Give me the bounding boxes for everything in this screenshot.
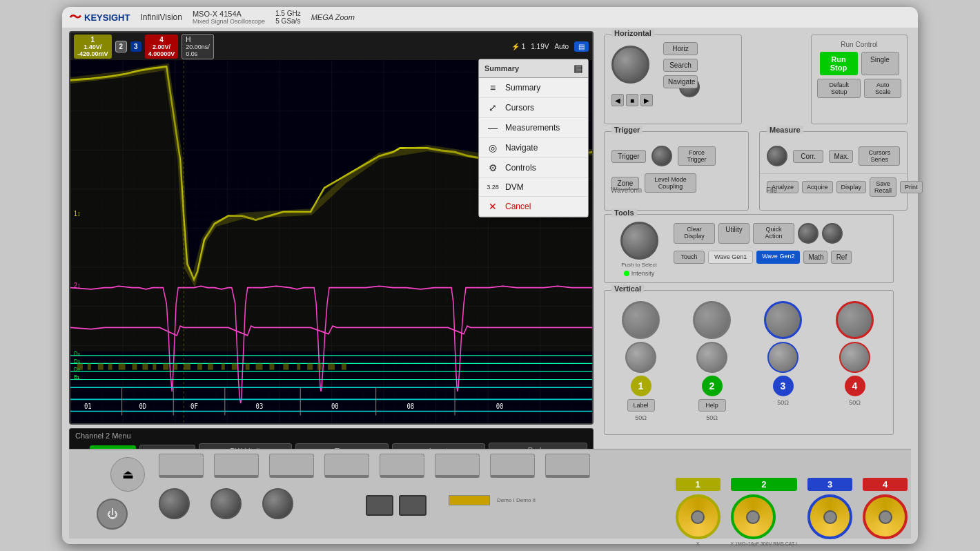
main-menu-dropdown: Summary ▤ ≡ Summary ⤢ Cursors — Measurem… (478, 59, 589, 218)
svg-text:0D: 0D (139, 403, 146, 411)
wave-gen1-btn[interactable]: Wave Gen1 (708, 251, 753, 264)
horizontal-knob[interactable] (611, 46, 649, 86)
softkey-1[interactable] (159, 454, 204, 478)
navigate-btn[interactable]: Navigate (663, 75, 698, 88)
waveform-section-label: Waveform (604, 186, 749, 194)
softkey-row (159, 454, 590, 478)
svg-text:1↕: 1↕ (74, 209, 80, 218)
cursors-series-btn[interactable]: Cursors Series (859, 146, 900, 166)
menu-item-cancel[interactable]: ✕ Cancel (479, 197, 588, 217)
ch1-btn-extra[interactable]: Label (627, 399, 655, 412)
measure-title: Measure (767, 126, 803, 134)
search-btn[interactable]: Search (663, 59, 698, 72)
utility-btn[interactable]: Utility (718, 223, 749, 244)
svg-rect-18 (246, 363, 250, 369)
clear-display-btn[interactable]: Clear Display (674, 223, 715, 244)
usb-port-1[interactable] (366, 495, 393, 516)
menu-item-cursors[interactable]: ⤢ Cursors (479, 98, 588, 118)
intensity-label: Push to Select (621, 262, 657, 268)
ch4-position-knob[interactable] (839, 342, 870, 373)
menu-item-navigate[interactable]: ◎ Navigate (479, 138, 588, 158)
ch1-badge[interactable]: 1 1.40V/ -420.00mV (74, 35, 112, 59)
softkey-5[interactable] (380, 454, 424, 478)
front-knob-3[interactable] (262, 488, 293, 519)
power-button[interactable]: ⏻ (97, 499, 128, 530)
force-trigger-btn[interactable]: Force Trigger (678, 146, 716, 166)
ch4-bnc-connector[interactable] (863, 494, 908, 539)
ch3-scale-knob[interactable] (764, 301, 802, 339)
touch-btn[interactable]: Touch (674, 251, 705, 264)
ch1-position-knob[interactable] (625, 342, 656, 373)
ch3-position-knob[interactable] (767, 342, 798, 373)
measure-knob[interactable] (767, 146, 787, 166)
usb-port-2[interactable] (399, 495, 427, 516)
channel-connectors-row: 1 X 2 Y 1MΩ=16pF 300V RMS CAT I 3 (676, 478, 908, 546)
svg-rect-12 (173, 363, 177, 369)
nav-stop-icon[interactable]: ■ (626, 94, 638, 106)
softkey-4[interactable] (324, 454, 369, 478)
softkey-7[interactable] (490, 454, 535, 478)
horiz-btn[interactable]: Horiz (663, 42, 698, 55)
corr-btn[interactable]: Corr. (793, 150, 824, 163)
single-button[interactable]: Single (861, 52, 899, 75)
ch1-bnc-label: X (676, 541, 721, 546)
menu-item-summary[interactable]: ≡ Summary (479, 78, 588, 98)
ch2-bnc-connector[interactable] (731, 494, 776, 539)
h-badge[interactable]: H 20.00ns/ 0.0s (182, 34, 214, 59)
summary-menu-btn[interactable]: ▤ (574, 41, 589, 52)
math-btn[interactable]: Math (803, 251, 827, 264)
wave-gen2-btn[interactable]: Wave Gen2 (756, 251, 800, 264)
ref-btn[interactable]: Ref (831, 251, 852, 264)
trigger-level-knob[interactable] (651, 146, 672, 166)
ch2-badge[interactable]: 2 (115, 41, 128, 52)
keysight-logo: 〜 KEYSIGHT (69, 9, 130, 26)
cursors-icon: ⤢ (486, 102, 500, 113)
ch3-num-btn[interactable]: 3 (773, 376, 794, 396)
ch2-label-btn[interactable]: 2 (702, 376, 723, 396)
nav-right-icon[interactable]: ▶ (640, 94, 653, 106)
ch3-impedance: 50Ω (777, 399, 789, 406)
nav-left-icon[interactable]: ◀ (611, 94, 624, 106)
probe-comp-label: Demo I Demo II (497, 497, 536, 503)
softkey-2[interactable] (214, 454, 259, 478)
tools-knob2[interactable] (822, 223, 843, 244)
svg-text:D₁: D₁ (74, 358, 80, 365)
front-knob-2[interactable] (210, 488, 242, 519)
max-btn[interactable]: Max. (829, 150, 853, 163)
summary-label: Summary (505, 83, 540, 93)
front-knob-1[interactable] (159, 488, 190, 519)
ch2-btn-extra[interactable]: Help (698, 399, 726, 412)
dropdown-title: Summary (484, 64, 519, 72)
softkey-6[interactable] (435, 454, 480, 478)
ch1-label-btn[interactable]: 1 (631, 376, 651, 396)
menu-item-measurements[interactable]: — Measurements (479, 118, 588, 138)
run-stop-button[interactable]: Run Stop (820, 52, 858, 75)
measure-section: Measure Corr. Max. Cursors Series Analyz… (759, 131, 908, 211)
ch4-scale-knob[interactable] (836, 301, 874, 339)
eject-button[interactable]: ⏏ (110, 457, 145, 492)
ch2-position-knob[interactable] (696, 342, 727, 373)
menu-item-controls[interactable]: ⚙ Controls (479, 158, 588, 178)
freq-info: 1.5 GHz 5 GSa/s (275, 10, 301, 25)
ch1-scale-knob[interactable] (622, 301, 660, 339)
default-setup-button[interactable]: Default Setup (817, 79, 861, 98)
svg-rect-9 (142, 363, 148, 369)
ch3-badge[interactable]: 3 (130, 41, 141, 52)
auto-scale-button[interactable]: Auto Scale (864, 79, 901, 98)
ch2-scale-knob[interactable] (693, 301, 731, 339)
quick-action-btn[interactable]: Quick Action (753, 223, 794, 244)
ch2-bnc-center (746, 510, 760, 524)
ch3-bnc-connector[interactable] (807, 494, 852, 539)
menu-item-dvm[interactable]: 3.28 DVM (479, 178, 588, 197)
softkey-8[interactable] (545, 454, 590, 478)
intensity-knob[interactable] (620, 222, 658, 260)
svg-rect-7 (119, 363, 126, 369)
ch4-badge[interactable]: 4 2.00V/ 4.00000V (145, 35, 179, 59)
tools-knob[interactable] (798, 223, 819, 244)
ch1-bnc-connector[interactable] (676, 494, 721, 539)
ch2-connector-label: 2 (731, 478, 797, 491)
trigger-btn[interactable]: Trigger (611, 150, 646, 163)
svg-rect-17 (232, 363, 237, 369)
softkey-3[interactable] (269, 454, 314, 478)
ch4-num-btn[interactable]: 4 (845, 376, 865, 396)
